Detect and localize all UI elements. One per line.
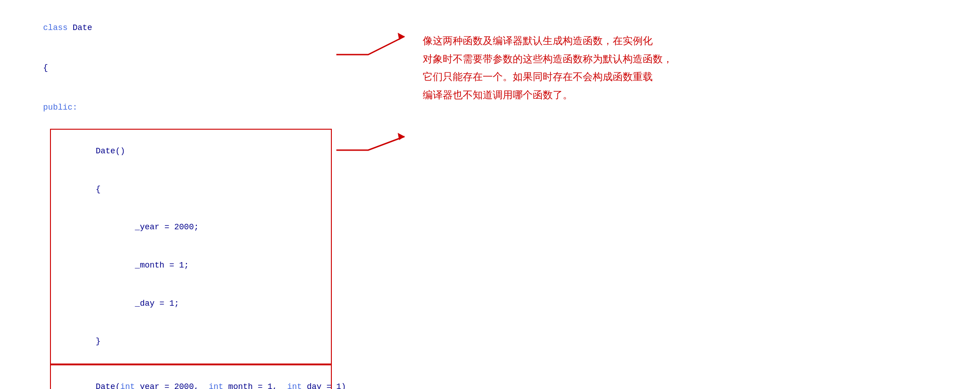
ctor2-sig-name: Date( — [95, 382, 120, 389]
outer-open-brace: { — [14, 49, 332, 87]
annotation-section: 像这两种函数及编译器默认生成构造函数，在实例化 对象时不需要带参数的这些构造函数… — [423, 9, 966, 104]
code-section: class Date { public: Date() { _year = 20… — [14, 9, 332, 389]
ctor1-month: _month = 1; — [95, 261, 189, 270]
ctor2-int3: int — [287, 382, 302, 389]
arrows-svg — [332, 9, 423, 237]
annotation-text: 像这两种函数及编译器默认生成构造函数，在实例化 对象时不需要带参数的这些构造函数… — [423, 32, 966, 104]
ctor1-line2: { — [56, 171, 325, 209]
access-specifier: public: — [43, 103, 78, 112]
arrows-container — [332, 9, 423, 237]
brace: { — [43, 63, 48, 72]
ctor1-line4: _month = 1; — [56, 247, 325, 285]
main-layout: class Date { public: Date() { _year = 20… — [14, 9, 966, 389]
ctor2-sig3: day = 1) — [302, 382, 346, 389]
ctor1-line6: } — [56, 323, 325, 361]
arrow2-group — [336, 133, 405, 150]
public-label: public: — [14, 89, 332, 127]
class-decl-line: class Date — [14, 9, 332, 47]
arrow1-group — [336, 33, 405, 55]
ctor2-int1: int — [120, 382, 135, 389]
ctor1-open: { — [95, 185, 100, 194]
ctor1-day: _day = 1; — [95, 299, 179, 308]
ctor1-year: _year = 2000; — [95, 222, 199, 232]
ctor2-sig1: year = 2000, — [135, 382, 209, 389]
ctor1-close: } — [95, 337, 100, 346]
ctor2-int2: int — [209, 382, 223, 389]
ctor2-line1: Date(int year = 2000, int month = 1, int… — [56, 368, 325, 389]
ctor1-line3: _year = 2000; — [56, 208, 325, 247]
class-name: Date — [73, 23, 92, 32]
constructor2-box: Date(int year = 2000, int month = 1, int… — [50, 364, 332, 389]
constructor1-box: Date() { _year = 2000; _month = 1; _day … — [50, 129, 332, 364]
ctor2-sig2: month = 1, — [223, 382, 287, 389]
ctor1-line1: Date() — [56, 132, 325, 171]
keyword-class: class — [43, 23, 73, 32]
ctor1-name: Date() — [95, 147, 125, 156]
ctor1-line5: _day = 1; — [56, 285, 325, 323]
